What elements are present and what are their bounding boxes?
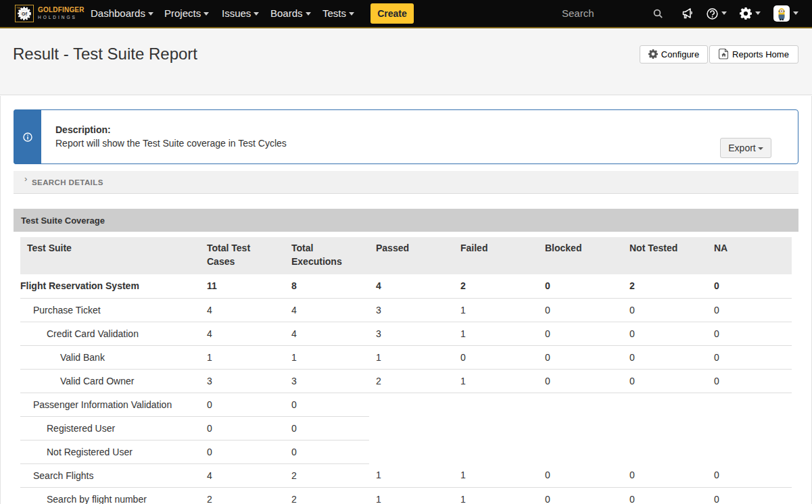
svg-text:TM: TM (16, 6, 20, 9)
svg-text:Gf: Gf (22, 11, 27, 16)
